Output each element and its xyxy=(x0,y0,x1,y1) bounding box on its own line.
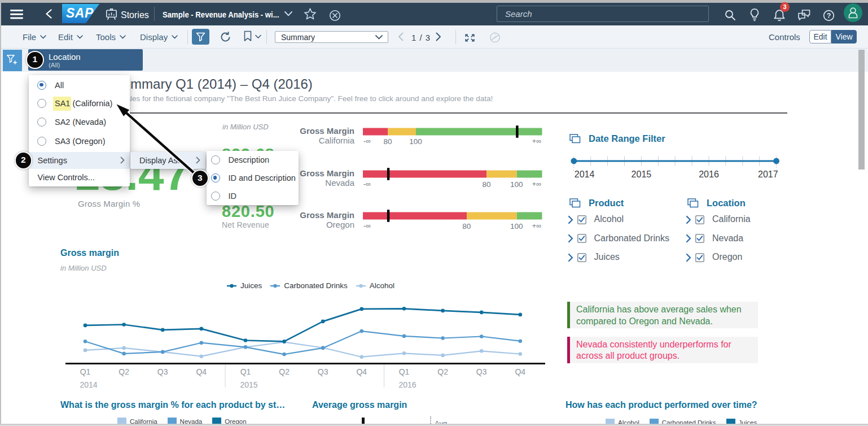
vertical-scrollbar[interactable] xyxy=(858,50,865,169)
avatar[interactable] xyxy=(844,3,862,22)
checkbox-checked[interactable] xyxy=(577,234,586,243)
search-input[interactable]: Search xyxy=(497,6,709,22)
menu-option-All[interactable]: All xyxy=(29,79,130,92)
menu-item-label: Display As... xyxy=(139,156,196,165)
toolbar-separator xyxy=(187,30,188,44)
search-placeholder: Search xyxy=(505,9,532,19)
radio-unselected[interactable] xyxy=(37,137,46,146)
toolbar-separator xyxy=(455,30,456,44)
radio-unselected[interactable] xyxy=(37,118,46,127)
search-icon[interactable] xyxy=(724,9,737,21)
menu-option-SA3 (Oregon)[interactable]: SA3 (Oregon) xyxy=(29,135,130,147)
radio-unselected[interactable] xyxy=(37,99,46,108)
shell-separator xyxy=(154,7,155,21)
help-icon[interactable]: ? xyxy=(823,10,835,21)
menu-edit[interactable]: Edit xyxy=(58,32,83,42)
insight-text: California has above average sales when … xyxy=(576,304,758,327)
bookmark-chevron-icon[interactable] xyxy=(255,34,261,39)
product-filter-header[interactable]: Product xyxy=(569,198,624,208)
checkbox-checked[interactable] xyxy=(577,215,586,224)
menu-display[interactable]: Display xyxy=(140,32,178,42)
radio-selected[interactable] xyxy=(211,173,220,182)
menu-item-view-controls[interactable]: View Controls... xyxy=(29,169,130,187)
gross-margin-line-chart[interactable]: Q1Q2Q3Q4Q1Q2Q3Q4Q1Q2Q3Q4201420152016 xyxy=(56,294,564,395)
legend-item-Alcohol[interactable]: Alcohol xyxy=(356,281,394,290)
checkbox-checked[interactable] xyxy=(577,253,586,262)
svg-text:Q1: Q1 xyxy=(240,367,251,376)
menu-option-ID and Description[interactable]: ID and Description xyxy=(207,172,299,184)
menu-option-label: ID xyxy=(229,192,237,201)
legend-marker xyxy=(270,283,280,289)
bullet-label: Gross Margin xyxy=(281,210,354,220)
controls-button[interactable]: Controls xyxy=(769,32,800,42)
widget-icon xyxy=(569,134,581,144)
slider-year-label: 2017 xyxy=(758,169,778,179)
menu-option-SA1 (California)[interactable]: SA1 (California) xyxy=(29,97,130,110)
radio-selected[interactable] xyxy=(37,81,46,90)
fullscreen-icon[interactable] xyxy=(464,34,475,42)
menu-tools[interactable]: Tools xyxy=(96,32,126,42)
filter-toggle-button[interactable] xyxy=(192,29,209,45)
legend-item-Carbonated Drinks[interactable]: Carbonated Drinks xyxy=(270,281,348,290)
tree-expand-icon[interactable] xyxy=(686,253,691,262)
annotation-badge-2: 2 xyxy=(15,151,33,169)
date-range-slider[interactable]: 2014201520162017 xyxy=(567,153,793,183)
menu-file[interactable]: File xyxy=(23,32,46,42)
explorer-compass-icon xyxy=(489,32,501,43)
tree-item-label[interactable]: California xyxy=(712,214,751,224)
location-filter-token[interactable]: Location (All) xyxy=(28,49,143,71)
tree-expand-icon[interactable] xyxy=(686,234,691,243)
annotation-badge-3: 3 xyxy=(191,169,209,188)
menu-option-SA2 (Nevada)[interactable]: SA2 (Nevada) xyxy=(29,116,130,128)
menu-option-label: Description xyxy=(229,155,270,164)
slider-handle-end[interactable] xyxy=(773,158,779,164)
favorite-star-icon[interactable] xyxy=(304,7,317,20)
radio-unselected[interactable] xyxy=(211,192,220,201)
tree-item-label[interactable]: Nevada xyxy=(712,233,743,244)
tree-expand-icon[interactable] xyxy=(568,253,573,262)
next-page-icon[interactable] xyxy=(436,32,441,41)
tree-expand-icon[interactable] xyxy=(568,234,573,243)
location-filter-header[interactable]: Location xyxy=(687,198,746,208)
discussions-icon[interactable] xyxy=(797,8,812,22)
checkbox-checked[interactable] xyxy=(695,253,704,262)
checkbox-checked[interactable] xyxy=(695,234,704,243)
hamburger-menu-icon[interactable] xyxy=(10,10,23,19)
bookmark-icon[interactable] xyxy=(244,31,252,42)
date-range-filter-header[interactable]: Date Range Filter xyxy=(569,133,665,144)
tree-item-label[interactable]: Carbonated Drinks xyxy=(594,233,669,244)
tree-expand-icon[interactable] xyxy=(568,215,573,224)
legend-item-Juices[interactable]: Juices xyxy=(227,281,262,290)
refresh-icon[interactable] xyxy=(220,31,231,43)
submenu-arrow-icon xyxy=(120,157,125,164)
document-title[interactable]: Sample - Revenue Analysis - wi... xyxy=(163,10,279,19)
slider-handle-start[interactable] xyxy=(571,158,577,164)
close-story-icon[interactable] xyxy=(329,10,341,21)
tree-expand-icon[interactable] xyxy=(686,215,691,224)
tree-item-label[interactable]: Oregon xyxy=(712,252,742,262)
title-chevron-down-icon[interactable] xyxy=(284,11,292,16)
page-selector[interactable]: Summary xyxy=(275,31,388,43)
bullet-axis-label: +∞ xyxy=(524,137,541,145)
settings-submenu[interactable]: Display As... xyxy=(130,152,205,169)
prev-page-icon xyxy=(398,32,404,41)
widget-icon xyxy=(569,198,581,208)
stories-label[interactable]: Stories xyxy=(121,10,149,20)
tree-item-label[interactable]: Juices xyxy=(594,252,620,262)
filter-token-title: Location xyxy=(49,52,81,62)
toolbar-separator xyxy=(266,30,267,44)
add-filter-button[interactable] xyxy=(3,50,22,72)
back-icon[interactable] xyxy=(45,9,52,19)
menu-item-settings[interactable]: Settings xyxy=(29,152,130,169)
svg-text:Q3: Q3 xyxy=(157,367,168,376)
tree-item-label[interactable]: Alcohol xyxy=(594,214,624,224)
checkbox-checked[interactable] xyxy=(695,215,704,224)
submenu-arrow-icon xyxy=(196,157,200,164)
menu-option-Description[interactable]: Description xyxy=(207,154,299,166)
bullet-axis-label: +∞ xyxy=(524,180,541,188)
view-mode-button[interactable]: View xyxy=(831,30,857,44)
insights-lightbulb-icon[interactable] xyxy=(749,8,760,22)
menu-option-ID[interactable]: ID xyxy=(207,190,299,202)
edit-mode-button[interactable]: Edit xyxy=(809,30,831,44)
radio-unselected[interactable] xyxy=(211,155,220,164)
